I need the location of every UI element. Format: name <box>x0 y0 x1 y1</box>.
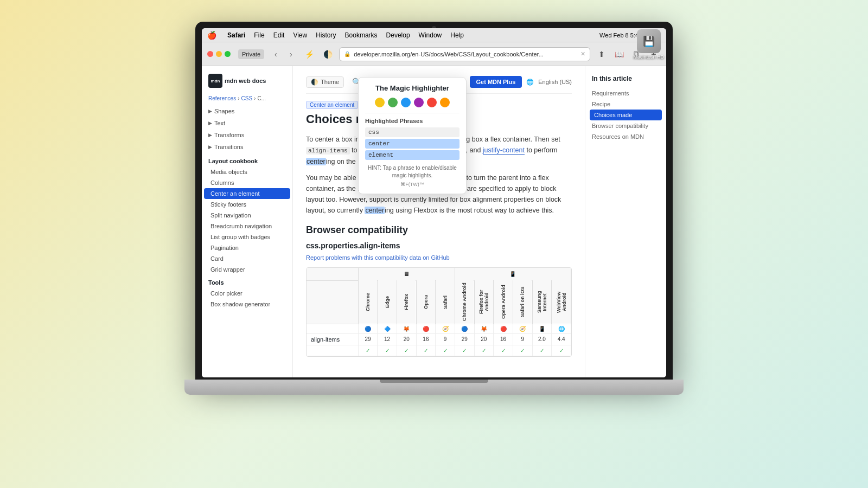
theme-button[interactable]: 🌓 Theme <box>306 76 344 88</box>
icon-chrome-android: 🔵 <box>455 324 474 333</box>
code-align-items: align-items <box>306 147 350 155</box>
sidebar-item-color-picker[interactable]: Color picker <box>202 288 292 299</box>
screen-bezel: 💾 Macintosh HD 🍎 Safari File Edit View H… <box>195 22 673 380</box>
col-header-feature <box>307 268 358 281</box>
private-button[interactable]: Private <box>238 49 264 59</box>
sidebar-item-list-group[interactable]: List group with badges <box>202 232 292 242</box>
sidebar-item-box-shadow[interactable]: Box shadow generator <box>202 299 292 310</box>
check-safari-ios: ✓ <box>513 345 532 356</box>
phrase-center[interactable]: center <box>365 139 459 149</box>
menubar-develop[interactable]: Develop <box>386 31 410 39</box>
icon-firefox: 🦊 <box>397 324 416 333</box>
desktop-icon-label: Macintosh HD <box>633 54 664 60</box>
color-dot-green[interactable] <box>388 98 398 107</box>
desktop-icon: 💾 Macintosh HD <box>633 29 664 60</box>
col-header-empty <box>307 280 358 324</box>
color-dot-red[interactable] <box>427 98 437 107</box>
col-opera-android: Opera Android <box>494 280 513 324</box>
topbar-left: 🌓 Theme 🔍 <box>306 75 363 89</box>
sidebar-section-transforms-header[interactable]: ▶ Transforms <box>202 130 292 140</box>
check-samsung: ✓ <box>532 345 552 356</box>
article-nav-choices[interactable]: Choices made <box>590 110 662 120</box>
check-webview: ✓ <box>552 345 571 356</box>
phrase-css[interactable]: css <box>365 127 459 137</box>
sidebar-section-transitions: ▶ Transitions <box>202 142 292 152</box>
check-safari: ✓ <box>436 345 455 356</box>
bookmark-icon[interactable]: 📖 <box>612 47 626 61</box>
val-samsung: 2.0 <box>532 333 552 345</box>
report-link[interactable]: Report problems with this compatibility … <box>306 254 572 261</box>
apple-menu[interactable]: 🍎 <box>207 31 216 40</box>
breadcrumb-css[interactable]: CSS <box>241 95 252 101</box>
link-justify-content[interactable]: justify-content <box>483 146 525 155</box>
menubar-window[interactable]: Window <box>419 31 442 39</box>
article-nav-resources[interactable]: Resources on MDN <box>592 131 660 142</box>
color-dot-yellow[interactable] <box>375 98 385 107</box>
theme-label: Theme <box>321 79 339 85</box>
close-button[interactable] <box>207 51 213 57</box>
menubar-safari[interactable]: Safari <box>227 31 245 39</box>
sidebar-item-pagination[interactable]: Pagination <box>202 242 292 253</box>
browser-window: Private ‹ › ⚡ 🌓 🔒 developer.mozilla.org/… <box>202 42 666 377</box>
article-nav-title: In this article <box>592 75 660 82</box>
sidebar-section-transitions-header[interactable]: ▶ Transitions <box>202 142 292 152</box>
sidebar-item-columns[interactable]: Columns <box>202 177 292 188</box>
color-dot-purple[interactable] <box>414 98 424 107</box>
sidebar-section-transforms-label: Transforms <box>214 132 244 138</box>
color-dot-blue[interactable] <box>401 98 411 107</box>
dark-mode-button[interactable]: 🌓 <box>321 47 335 61</box>
icon-firefox-android: 🦊 <box>474 324 494 333</box>
laptop-screen: 🍎 Safari File Edit View History Bookmark… <box>202 28 666 377</box>
address-bar[interactable]: 🔒 developer.mozilla.org/en-US/docs/Web/C… <box>339 47 590 61</box>
breadcrumb-references[interactable]: References <box>208 95 236 101</box>
phrase-element[interactable]: element <box>365 150 459 160</box>
browser-content: mdn mdn web docs References › CSS › C... <box>202 66 666 377</box>
mdn-plus-button[interactable]: Get MDN Plus <box>470 76 522 88</box>
menubar-bookmarks[interactable]: Bookmarks <box>345 31 378 39</box>
sidebar-section-text-header[interactable]: ▶ Text <box>202 118 292 129</box>
val-edge: 12 <box>378 333 397 345</box>
sidebar-item-card[interactable]: Card <box>202 253 292 264</box>
sidebar-item-center[interactable]: Center an element <box>204 188 290 199</box>
laptop-hinge <box>380 380 488 383</box>
back-button[interactable]: ‹ <box>269 48 283 60</box>
sidebar-section-shapes-header[interactable]: ▶ Shapes <box>202 106 292 117</box>
col-samsung: Samsung Internet <box>532 280 552 324</box>
sidebar-section-transitions-label: Transitions <box>214 144 243 150</box>
sidebar-item-split-navigation[interactable]: Split navigation <box>202 210 292 221</box>
article-nav-requirements[interactable]: Requirements <box>592 88 660 99</box>
sidebar-item-grid-wrapper[interactable]: Grid wrapper <box>202 264 292 275</box>
sidebar-item-sticky-footers[interactable]: Sticky footers <box>202 199 292 210</box>
col-firefox-android: Firefox for Android <box>474 280 494 324</box>
sidebar-section-shapes-label: Shapes <box>214 108 234 114</box>
breadcrumb-current: C... <box>257 95 266 101</box>
phrases-title: Highlighted Phrases <box>365 118 459 124</box>
menubar-history[interactable]: History <box>316 31 336 39</box>
sidebar-item-breadcrumb[interactable]: Breadcrumb navigation <box>202 221 292 232</box>
sidebar-item-media-objects[interactable]: Media objects <box>202 166 292 177</box>
menubar-view[interactable]: View <box>293 31 307 39</box>
check-firefox: ✓ <box>397 345 416 356</box>
reader-mode-button[interactable]: ⚡ <box>302 47 316 61</box>
lock-icon: 🔒 <box>344 51 350 57</box>
check-chrome: ✓ <box>358 345 378 356</box>
maximize-button[interactable] <box>225 51 231 57</box>
col-firefox: Firefox <box>397 280 416 324</box>
menubar-edit[interactable]: Edit <box>273 31 285 39</box>
clear-address-icon[interactable]: ✕ <box>580 50 585 57</box>
article-nav-compat[interactable]: Browser compatibility <box>592 120 660 131</box>
laptop-shell: 💾 Macintosh HD 🍎 Safari File Edit View H… <box>184 22 684 466</box>
moon-icon: 🌓 <box>311 79 318 86</box>
mdn-main-content: The Magic Highlighter Highlighted Phr <box>293 66 585 377</box>
share-icon[interactable]: ⬆ <box>595 47 609 61</box>
val-firefox: 20 <box>397 333 416 345</box>
compat-table-inner: 🖥 📱 <box>307 268 571 356</box>
color-dot-orange[interactable] <box>440 98 450 107</box>
forward-button[interactable]: › <box>284 48 298 60</box>
minimize-button[interactable] <box>216 51 222 57</box>
feature-check-empty <box>307 345 358 356</box>
article-nav-recipe[interactable]: Recipe <box>592 99 660 110</box>
val-chrome-android: 29 <box>455 333 474 345</box>
menubar-file[interactable]: File <box>254 31 264 39</box>
menubar-help[interactable]: Help <box>450 31 464 39</box>
